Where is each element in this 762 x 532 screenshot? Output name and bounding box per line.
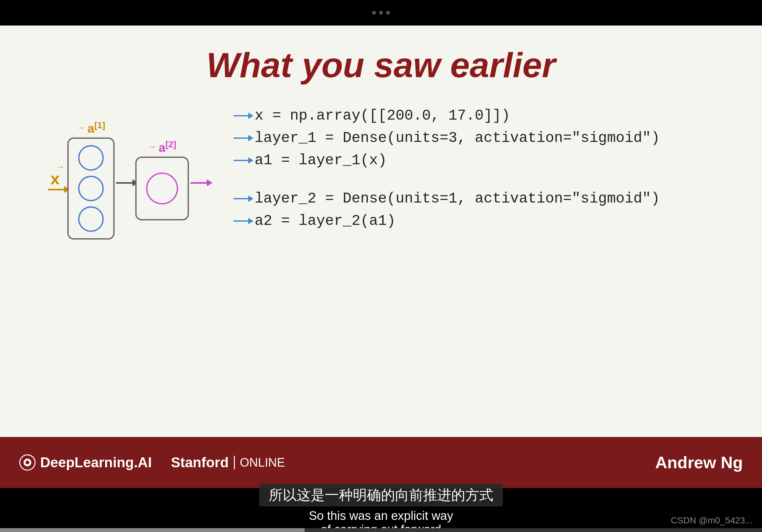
code-section: x = np.array([[200.0, 17.0]]) layer_1 = … — [234, 107, 736, 229]
x-label: x — [50, 169, 60, 188]
inter-layer-arrow — [116, 182, 134, 184]
layer-2-box — [135, 157, 189, 220]
code-arrow-4 — [234, 198, 250, 199]
dot-3 — [386, 11, 390, 15]
neuron-1-3 — [78, 206, 104, 232]
neuron-1-2 — [78, 176, 104, 201]
a2-label: a[2] — [159, 139, 176, 155]
slide-area: What you saw earlier → x → a[1] — [0, 26, 762, 437]
stanford-section: Stanford ONLINE — [171, 454, 285, 470]
code-line-3: a1 = layer_1(x) — [234, 152, 736, 169]
code-text-4: layer_2 = Dense(units=1, activation="sig… — [255, 190, 660, 207]
code-line-4: layer_2 = Dense(units=1, activation="sig… — [234, 190, 736, 207]
bottom-bar: DeepLearning.AI Stanford ONLINE Andrew N… — [0, 437, 762, 488]
dots-indicator — [372, 11, 390, 15]
code-line-1: x = np.array([[200.0, 17.0]]) — [234, 107, 736, 124]
instructor-name: Andrew Ng — [655, 453, 743, 472]
nn-diagram: → x → a[1] — [45, 120, 208, 239]
logo-section: DeepLearning.AI Stanford ONLINE — [19, 454, 285, 471]
code-text-1: x = np.array([[200.0, 17.0]]) — [255, 107, 510, 124]
watermark: CSDN @m0_5423... — [671, 515, 752, 526]
neuron-2-1 — [146, 172, 178, 204]
top-bar — [0, 0, 762, 26]
layer-2-wrapper: → a[2] — [135, 139, 189, 220]
code-group-2: layer_2 = Dense(units=1, activation="sig… — [234, 190, 736, 229]
slide-content: → x → a[1] — [0, 101, 762, 239]
code-arrow-1 — [234, 115, 250, 116]
online-text: ONLINE — [234, 456, 285, 470]
stanford-text: Stanford — [171, 454, 229, 470]
subtitle-area: 所以这是一种明确的向前推进的方式 So this was an explicit… — [0, 488, 762, 532]
code-group-1: x = np.array([[200.0, 17.0]]) layer_1 = … — [234, 107, 736, 169]
chinese-subtitle: 所以这是一种明确的向前推进的方式 — [259, 484, 503, 506]
code-text-2: layer_1 = Dense(units=3, activation="sig… — [255, 130, 660, 146]
code-arrow-5 — [234, 220, 250, 222]
code-line-5: a2 = layer_2(a1) — [234, 213, 736, 229]
dot-1 — [372, 11, 376, 15]
code-arrow-3 — [234, 160, 250, 161]
slide-title: What you saw earlier — [206, 45, 556, 85]
code-line-2: layer_1 = Dense(units=3, activation="sig… — [234, 130, 736, 146]
a1-label: a[1] — [87, 120, 105, 136]
svg-point-2 — [26, 461, 29, 464]
deeplearning-logo: DeepLearning.AI — [19, 454, 152, 471]
english-line1: So this was an explicit way — [309, 509, 453, 522]
code-arrow-2 — [234, 137, 250, 139]
layer-1-box — [67, 137, 114, 239]
code-text-3: a1 = layer_1(x) — [255, 152, 387, 169]
output-arrow — [190, 182, 208, 184]
deeplearning-text: DeepLearning.AI — [40, 454, 152, 470]
input-arrow — [48, 189, 65, 190]
deeplearning-icon — [19, 454, 36, 471]
dot-2 — [379, 11, 383, 15]
neuron-1-1 — [78, 145, 104, 170]
code-text-5: a2 = layer_2(a1) — [255, 213, 396, 229]
progress-bar[interactable] — [0, 528, 762, 532]
progress-fill — [0, 528, 305, 532]
layer-1-wrapper: → a[1] — [67, 120, 114, 239]
